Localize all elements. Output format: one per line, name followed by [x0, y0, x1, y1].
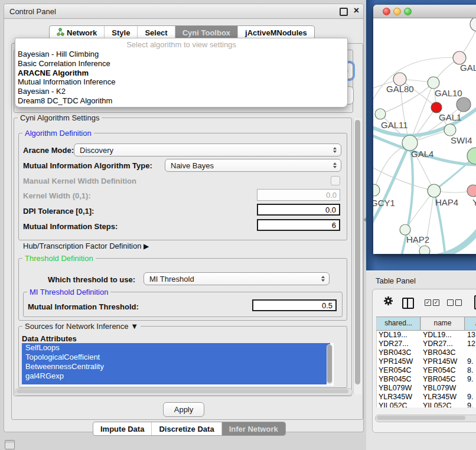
mi-threshold-label: Mutual Information Threshold:	[28, 302, 139, 311]
minimize-traffic-light[interactable]	[393, 8, 401, 15]
network-graph: GAL GAL80 GAL10 GAL11 GAL1 GAL4 SWI4 GCY…	[373, 18, 476, 254]
node-label: GAL11	[381, 120, 408, 130]
table-toolbar: ✓ ✓	[373, 289, 476, 315]
aracne-mode-combo[interactable]: Discovery	[74, 144, 341, 156]
scrollbar-thumb[interactable]	[17, 389, 348, 393]
node-hap4[interactable]	[428, 184, 441, 197]
float-window-icon[interactable]	[340, 8, 348, 16]
network-icon	[57, 28, 64, 38]
network-window-titlebar[interactable]	[373, 5, 476, 18]
zoom-traffic-light[interactable]	[404, 8, 412, 15]
node-gcy1[interactable]	[373, 184, 380, 196]
control-panel-title: Control Panel	[9, 7, 56, 16]
list-item-selected[interactable]: SelfLoops	[22, 343, 330, 353]
stepper-icon	[333, 147, 337, 153]
node-label: Y	[472, 197, 476, 207]
kernel-width-input	[257, 189, 340, 201]
node-label: GCY1	[373, 198, 395, 208]
desktop-background: GAL GAL80 GAL10 GAL11 GAL1 GAL4 SWI4 GCY…	[366, 0, 476, 270]
scrollbar-thumb[interactable]	[327, 345, 332, 383]
list-item-selected[interactable]: TopologicalCoefficient	[22, 353, 330, 362]
dropdown-item[interactable]: Bayesian - K2	[15, 87, 347, 96]
algorithm-select-dropdown: Select algorithm to view settings Bayesi…	[15, 38, 348, 107]
network-canvas[interactable]: GAL GAL80 GAL10 GAL11 GAL1 GAL4 SWI4 GCY…	[373, 18, 476, 254]
table-row[interactable]: YBR045CYBR045C9.	[377, 375, 476, 384]
data-attributes-label: Data Attributes	[22, 334, 77, 343]
table-row[interactable]: YER054CYER054C8.	[377, 366, 476, 375]
dropdown-item[interactable]: Bayesian - Hill Climbing	[15, 50, 347, 59]
select-all-checks-icon[interactable]: ✓ ✓	[425, 299, 439, 306]
node-gray[interactable]	[457, 97, 471, 112]
tab-infer-network[interactable]: Infer Network	[222, 422, 285, 435]
apply-button[interactable]: Apply	[163, 402, 204, 417]
node[interactable]	[419, 246, 430, 254]
settings-horizontal-scrollbar[interactable]	[15, 388, 353, 396]
settings-vertical-scrollbar[interactable]	[353, 118, 362, 394]
scrollbar-thumb[interactable]	[377, 416, 465, 420]
table-row[interactable]: YDL19...YDL19...13	[377, 331, 476, 340]
node-gal11[interactable]	[375, 109, 386, 119]
mi-type-combo[interactable]: Naive Bayes	[165, 159, 341, 172]
dropdown-item[interactable]: Mutual Information Inference	[15, 77, 347, 87]
tab-select[interactable]: Select	[138, 26, 175, 39]
close-traffic-light[interactable]	[383, 8, 390, 15]
node[interactable]	[470, 18, 476, 31]
checked-box-icon: ✓	[433, 299, 439, 306]
mi-steps-input[interactable]	[257, 219, 340, 231]
mi-steps-label: Mutual Information Steps:	[23, 222, 118, 231]
list-vertical-scrollbar[interactable]	[327, 344, 332, 384]
gear-icon[interactable]	[383, 296, 393, 308]
table-row[interactable]: YBR043CYBR043C	[377, 348, 476, 357]
which-threshold-combo[interactable]: MI Threshold	[144, 272, 330, 285]
algorithm-definition-title: Algorithm Definition	[22, 129, 94, 138]
unselect-all-checks-icon[interactable]	[447, 299, 462, 306]
node-label: GAL10	[435, 88, 462, 98]
node-gal10[interactable]	[428, 77, 439, 89]
scrollbar-thumb[interactable]	[355, 120, 360, 384]
node-label: HAP4	[435, 197, 458, 207]
settings-group-title: Cyni Algorithm Settings	[18, 113, 102, 122]
table-header-row: shared... name A	[376, 317, 476, 331]
stepper-icon	[333, 162, 337, 168]
node-red[interactable]	[431, 102, 442, 113]
sources-group-title[interactable]: Sources for Network Inference ▼	[22, 322, 141, 331]
node-label: HAP2	[406, 234, 429, 244]
minimized-panel-icon[interactable]	[5, 440, 15, 449]
table-row[interactable]: YPR145WYPR145W9.	[377, 357, 476, 366]
node-gal1[interactable]	[444, 124, 456, 136]
node-label: GAL	[460, 63, 476, 73]
tab-network[interactable]: Network	[50, 26, 105, 39]
tab-impute-data[interactable]: Impute Data	[93, 422, 152, 435]
node-hap2[interactable]	[400, 224, 410, 235]
table-horizontal-scrollbar[interactable]	[375, 415, 476, 422]
list-item-selected[interactable]: gal4RGexp	[22, 371, 330, 381]
kernel-width-label: Kernel Width (0,1):	[23, 191, 91, 200]
tab-style[interactable]: Style	[105, 26, 138, 39]
table-row[interactable]: YBL079WYBL079W	[377, 384, 476, 393]
checked-box-icon: ✓	[425, 299, 431, 306]
control-panel-titlebar[interactable]: Control Panel ×	[4, 4, 363, 19]
columns-icon[interactable]	[402, 298, 414, 309]
table-panel: ✓ ✓ shared... name A YDL19...YDL19...13 …	[372, 289, 476, 433]
column-header-name[interactable]: name	[420, 317, 465, 330]
node-pink[interactable]	[467, 185, 476, 197]
table-row[interactable]: YLR345WYLR345W9.	[377, 393, 476, 402]
dpi-tolerance-label: DPI Tolerance [0,1]:	[23, 207, 94, 216]
tab-jactivemnodules[interactable]: jActiveMNodules	[238, 26, 314, 39]
column-header-clipped[interactable]: A	[465, 317, 476, 330]
dropdown-item-selected[interactable]: ARACNE Algorithm	[15, 69, 347, 78]
dropdown-prompt: Select algorithm to view settings	[15, 38, 347, 50]
close-icon[interactable]: ×	[354, 5, 359, 16]
tab-cyni-toolbox[interactable]: Cyni Toolbox	[175, 26, 238, 39]
mi-threshold-input[interactable]	[252, 299, 337, 311]
mi-threshold-group-title: MI Threshold Definition	[27, 288, 110, 296]
dpi-tolerance-input[interactable]	[257, 204, 340, 216]
dropdown-item[interactable]: Basic Correlation Inference	[15, 59, 347, 69]
tab-discretize-data[interactable]: Discretize Data	[152, 422, 221, 435]
list-item-selected[interactable]: BetweennessCentrality	[22, 362, 330, 371]
hub-definition-expander[interactable]: Hub/Transcription Factor Definition ▶	[23, 242, 149, 250]
dropdown-item[interactable]: Dream8 DC_TDC Algorithm	[15, 96, 347, 106]
column-header-shared-name[interactable]: shared...	[376, 317, 420, 330]
table-row[interactable]: YDR27...YDR27...12	[377, 340, 476, 348]
table-row[interactable]: YIL052CYIL052C9.	[377, 402, 476, 407]
